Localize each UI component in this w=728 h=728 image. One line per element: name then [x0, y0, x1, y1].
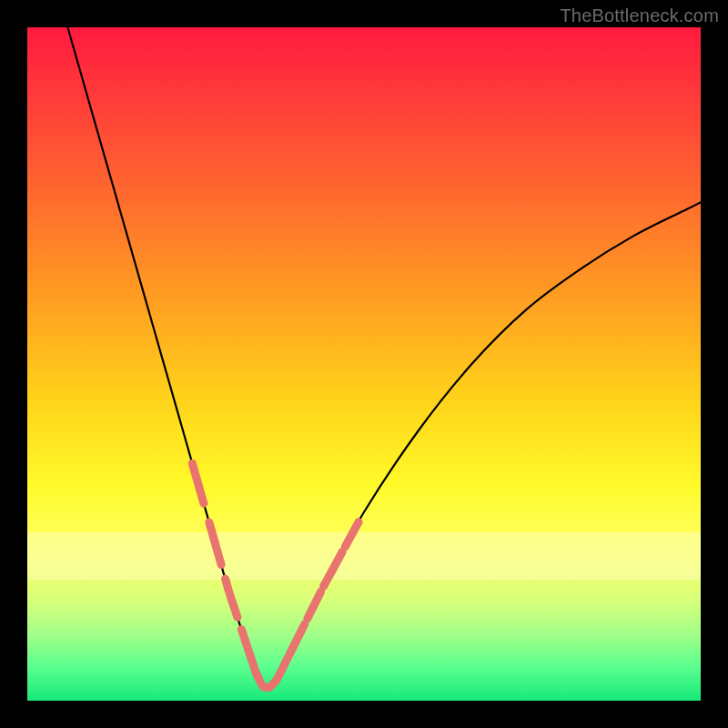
highlight-band — [27, 532, 701, 580]
highlight-segment — [241, 630, 258, 677]
highlight-segment — [345, 522, 359, 547]
watermark-label: TheBottleneck.com — [560, 5, 719, 26]
highlight-segment — [308, 592, 321, 619]
highlight-segments — [192, 463, 359, 687]
highlight-segment — [258, 676, 278, 687]
highlight-segment — [290, 624, 305, 654]
highlight-segment — [279, 656, 288, 675]
highlight-segment — [324, 551, 343, 586]
highlight-segment — [209, 522, 221, 565]
bottleneck-curve — [67, 27, 701, 689]
plot-area — [27, 27, 701, 701]
chart-stage: TheBottleneck.com — [0, 0, 728, 728]
curve-svg — [27, 27, 701, 701]
highlight-segment — [226, 579, 238, 617]
highlight-segment — [192, 463, 204, 503]
